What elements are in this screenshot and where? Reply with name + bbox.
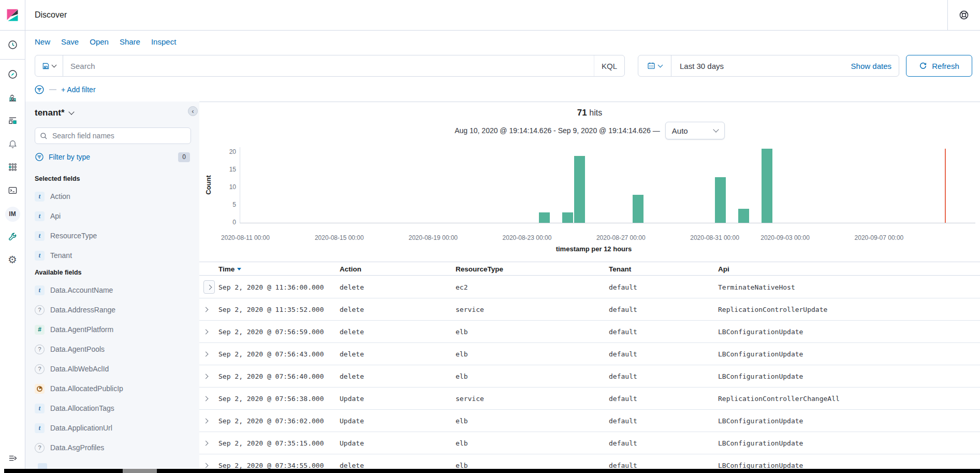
expand-row-button[interactable]	[199, 365, 212, 388]
nav-dashboard-button[interactable]	[0, 110, 25, 131]
refresh-button[interactable]: Refresh	[906, 55, 972, 77]
scrollbar-thumb[interactable]	[123, 469, 157, 473]
bottom-scrollbar[interactable]	[4, 469, 980, 473]
help-lifebuoy-icon	[958, 9, 970, 21]
cell-action: Update	[340, 388, 364, 410]
field-item[interactable]: tData.AllocationTags	[35, 398, 191, 418]
table-row: Sep 2, 2020 @ 07:56:59.000deleteelbdefau…	[199, 321, 980, 343]
expand-row-button[interactable]	[199, 343, 212, 365]
refresh-label: Refresh	[932, 62, 959, 70]
saved-query-button[interactable]	[35, 55, 63, 76]
expand-row-button[interactable]	[203, 280, 215, 294]
histogram-bar[interactable]	[715, 177, 726, 223]
field-item[interactable]: tApi	[35, 206, 191, 226]
field-item[interactable]: ?Data.AgentPools	[35, 339, 191, 359]
search-input[interactable]	[63, 62, 594, 70]
hits-label: hits	[589, 108, 602, 117]
nav-visualize-button[interactable]	[0, 87, 25, 108]
filter-by-type-button[interactable]: Filter by type	[49, 153, 90, 161]
time-range-value[interactable]: Last 30 days	[671, 62, 851, 70]
cell-time: Sep 2, 2020 @ 07:36:02.000	[218, 410, 324, 432]
cell-api: LBConfigurationUpdate	[718, 321, 803, 343]
calendar-button[interactable]	[638, 55, 671, 76]
column-label: Action	[340, 265, 361, 273]
field-item[interactable]: tTenant	[35, 246, 191, 265]
field-item[interactable]: tResourceType	[35, 226, 191, 246]
histogram-bar[interactable]	[574, 156, 585, 223]
field-item[interactable]: ?Data.AsgProfiles	[35, 438, 191, 457]
field-name: Data.AsgProfiles	[50, 443, 104, 452]
field-name: Api	[50, 212, 61, 220]
query-bar: KQL Last 30 days Show dates Refresh	[35, 55, 972, 77]
available-fields-heading: Available fields	[35, 269, 191, 276]
histogram-bar[interactable]	[539, 212, 550, 223]
field-item[interactable]: tData.ApplicationUrl	[35, 418, 191, 438]
cell-api: LBConfigurationUpdate	[718, 365, 803, 388]
expand-row-button[interactable]	[199, 321, 212, 343]
chevron-right-icon	[203, 419, 208, 424]
field-name: Data.AddressRange	[50, 306, 115, 314]
y-axis-tick: 5	[218, 201, 236, 208]
histogram-bar[interactable]	[738, 209, 749, 223]
field-item[interactable]: Data.AllocatedPublicIp	[35, 379, 191, 398]
field-name: ResourceType	[50, 232, 97, 240]
kql-toggle[interactable]: KQL	[594, 55, 624, 76]
field-name: Tenant	[50, 251, 72, 260]
chevron-right-icon	[203, 441, 208, 446]
main-content: 71 hits Aug 10, 2020 @ 19:14:14.626 - Se…	[199, 102, 980, 473]
available-fields-list: tData.AccountName?Data.AddressRange#Data…	[35, 280, 191, 457]
expand-row-button[interactable]	[199, 432, 212, 454]
nav-stack-monitoring-button[interactable]	[0, 227, 25, 248]
menu-item-new[interactable]: New	[35, 37, 50, 46]
help-button[interactable]	[947, 0, 980, 30]
column-header-action[interactable]: Action	[340, 262, 361, 276]
histogram-bar[interactable]	[633, 195, 643, 223]
field-item[interactable]: tData.AccountName	[35, 280, 191, 300]
cell-api: LBConfigurationUpdate	[718, 432, 803, 454]
time-range-end-marker	[945, 149, 946, 223]
nav-apps-grid-button[interactable]	[0, 156, 25, 177]
expand-row-button[interactable]	[199, 298, 212, 321]
add-filter-button[interactable]: + Add filter	[61, 85, 96, 94]
column-header-resourcetype[interactable]: ResourceType	[456, 262, 503, 276]
chevron-right-icon	[203, 329, 208, 335]
y-axis-tick: 0	[218, 219, 236, 226]
nav-management-button[interactable]: ⚙	[0, 249, 25, 270]
menu-item-inspect[interactable]: Inspect	[151, 37, 176, 46]
menu-item-save[interactable]: Save	[61, 37, 79, 46]
string-type-icon: t	[35, 211, 45, 221]
expand-row-button[interactable]	[199, 388, 212, 410]
dashboard-icon	[8, 116, 18, 125]
field-search-input[interactable]	[51, 131, 186, 140]
field-name: Data.AgentPools	[50, 345, 105, 353]
menu-item-open[interactable]: Open	[90, 37, 109, 46]
histogram-bar[interactable]	[562, 212, 573, 223]
kibana-logo[interactable]	[0, 0, 25, 31]
string-type-icon: t	[35, 192, 45, 202]
collapse-sidebar-button[interactable]: ‹	[188, 106, 198, 116]
chevron-down-icon	[713, 126, 719, 132]
menu-item-share[interactable]: Share	[120, 37, 140, 46]
column-header-tenant[interactable]: Tenant	[609, 262, 631, 276]
field-item[interactable]: #Data.AgentPlatform	[35, 320, 191, 339]
field-item[interactable]: tAction	[35, 187, 191, 206]
nav-alerting-button[interactable]	[0, 134, 25, 154]
nav-im-app-button[interactable]: IM	[0, 204, 25, 224]
field-item[interactable]: ?Data.AddressRange	[35, 300, 191, 320]
nav-recent-button[interactable]	[0, 34, 25, 55]
column-header-api[interactable]: Api	[718, 262, 729, 276]
nav-collapse-menu-button[interactable]	[0, 448, 25, 468]
nav-dev-tools-button[interactable]	[0, 180, 25, 200]
x-axis-tick: 2020-08-19 00:00	[408, 234, 458, 241]
column-header-time[interactable]: Time	[218, 262, 241, 276]
histogram-bar[interactable]	[762, 149, 772, 223]
expand-row-button[interactable]	[199, 410, 212, 432]
index-pattern-selector[interactable]: tenant*	[35, 107, 191, 119]
nav-discover-button[interactable]	[0, 64, 25, 84]
show-dates-button[interactable]: Show dates	[851, 62, 899, 70]
column-label: Time	[218, 265, 235, 273]
chart-plot[interactable]: timestamp per 12 hours 051015202020-08-1…	[240, 147, 975, 223]
filter-icon[interactable]	[34, 84, 45, 95]
interval-select[interactable]: Auto	[665, 122, 725, 139]
field-item[interactable]: ?Data.AlbWebAclId	[35, 359, 191, 379]
